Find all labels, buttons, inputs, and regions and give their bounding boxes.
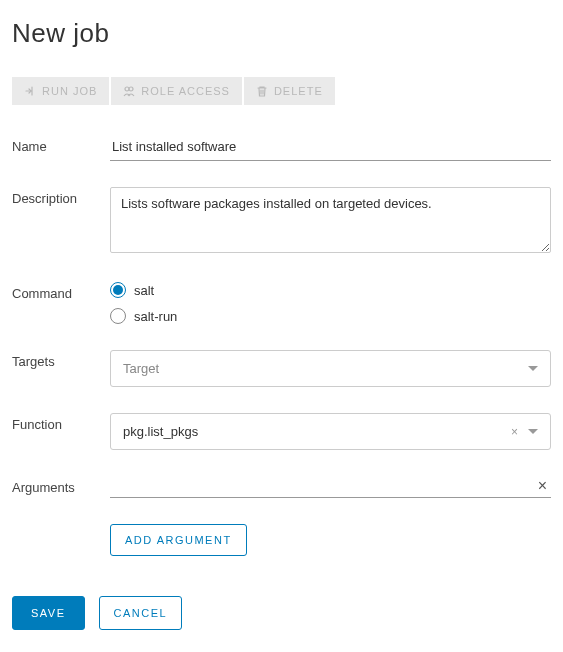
name-input[interactable] — [110, 135, 551, 161]
command-salt-run-label: salt-run — [134, 309, 177, 324]
run-job-label: RUN JOB — [42, 85, 97, 97]
name-label: Name — [12, 135, 110, 154]
function-label: Function — [12, 413, 110, 432]
users-icon — [123, 85, 135, 97]
command-option-salt-run[interactable]: salt-run — [110, 308, 551, 324]
command-label: Command — [12, 282, 110, 301]
add-argument-button[interactable]: ADD ARGUMENT — [110, 524, 247, 556]
command-option-salt[interactable]: salt — [110, 282, 551, 298]
trash-icon — [256, 85, 268, 97]
run-job-button[interactable]: RUN JOB — [12, 77, 109, 105]
targets-placeholder: Target — [123, 361, 159, 376]
arguments-label: Arguments — [12, 476, 110, 495]
description-label: Description — [12, 187, 110, 206]
svg-point-0 — [125, 87, 129, 91]
chevron-down-icon — [528, 429, 538, 434]
run-icon — [24, 85, 36, 97]
targets-label: Targets — [12, 350, 110, 369]
role-access-button[interactable]: ROLE ACCESS — [111, 77, 242, 105]
cancel-button[interactable]: CANCEL — [99, 596, 183, 630]
function-value: pkg.list_pkgs — [123, 424, 198, 439]
remove-argument-icon[interactable]: × — [534, 478, 551, 496]
delete-button[interactable]: DELETE — [244, 77, 335, 105]
svg-point-1 — [129, 87, 133, 91]
argument-row[interactable]: × — [110, 476, 551, 498]
radio-icon — [110, 308, 126, 324]
targets-select[interactable]: Target — [110, 350, 551, 387]
role-access-label: ROLE ACCESS — [141, 85, 230, 97]
toolbar: RUN JOB ROLE ACCESS DELETE — [12, 77, 551, 105]
radio-icon — [110, 282, 126, 298]
save-button[interactable]: SAVE — [12, 596, 85, 630]
delete-label: DELETE — [274, 85, 323, 97]
clear-function-icon[interactable]: × — [511, 426, 518, 438]
description-textarea[interactable]: Lists software packages installed on tar… — [110, 187, 551, 253]
chevron-down-icon — [528, 366, 538, 371]
command-salt-label: salt — [134, 283, 154, 298]
page-title: New job — [12, 18, 551, 49]
function-select[interactable]: pkg.list_pkgs × — [110, 413, 551, 450]
